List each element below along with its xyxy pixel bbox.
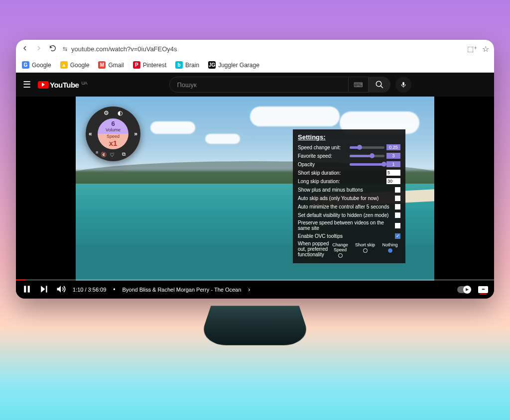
rewind-icon[interactable]: « bbox=[89, 130, 92, 137]
short-skip-input[interactable] bbox=[386, 170, 400, 176]
menu-lines-icon[interactable]: ≡ bbox=[96, 150, 98, 155]
search-button[interactable] bbox=[369, 77, 390, 93]
svg-rect-3 bbox=[28, 286, 30, 292]
time-display: 1:10 / 3:56:09 bbox=[73, 287, 106, 293]
svg-rect-4 bbox=[46, 286, 47, 292]
youtube-header: ☰ YouTube UA Пошук ⌨ bbox=[16, 73, 494, 97]
svg-rect-2 bbox=[24, 286, 26, 292]
voice-search-button[interactable] bbox=[395, 77, 411, 93]
popped-radio-option[interactable]: Short skip bbox=[355, 242, 376, 253]
long-skip-input[interactable] bbox=[386, 178, 400, 184]
bookmark-item[interactable]: PPinterest bbox=[133, 61, 166, 69]
subtitles-button[interactable]: ━ bbox=[478, 286, 488, 293]
forward-icon[interactable]: » bbox=[134, 130, 137, 137]
preserve-speed-checkbox[interactable] bbox=[395, 223, 400, 228]
install-app-icon[interactable]: ⬚⁺ bbox=[467, 45, 477, 53]
tooltips-checkbox[interactable] bbox=[395, 233, 400, 239]
youtube-play-icon bbox=[38, 81, 49, 89]
mute-icon[interactable]: 🔇 bbox=[101, 152, 107, 157]
url-text: youtube.com/watch?v=0iuVaFEOy4s bbox=[71, 45, 177, 53]
speedometer-icon[interactable]: ◐ bbox=[118, 109, 123, 116]
chapter-bullet: • bbox=[113, 286, 115, 293]
auto-minimize-checkbox[interactable] bbox=[395, 204, 400, 210]
chevron-right-icon[interactable]: › bbox=[248, 286, 250, 293]
auto-skip-ads-checkbox[interactable] bbox=[395, 196, 400, 201]
opacity-slider[interactable] bbox=[350, 163, 384, 166]
monitor-stand bbox=[198, 306, 312, 345]
forward-button[interactable] bbox=[35, 44, 43, 54]
search-input[interactable]: Пошук bbox=[169, 77, 349, 93]
speed-display: Speed x1 bbox=[98, 134, 128, 149]
bookmark-star-icon[interactable]: ☆ bbox=[482, 44, 489, 54]
bookmark-item[interactable]: ▲Google bbox=[60, 61, 90, 69]
zen-mode-checkbox[interactable] bbox=[395, 212, 400, 218]
popped-radio-option[interactable]: Nothing bbox=[380, 242, 400, 253]
ovc-settings-panel: Settings: Speed change unit:0.25 Favorit… bbox=[293, 129, 405, 263]
volume-display: 6 Volume bbox=[98, 118, 128, 134]
show-pm-checkbox[interactable] bbox=[395, 187, 400, 193]
popped-radio-option[interactable]: Change Speed bbox=[330, 242, 351, 258]
svg-point-0 bbox=[377, 81, 382, 87]
heart-icon[interactable]: ♡ bbox=[110, 152, 115, 158]
keyboard-icon[interactable]: ⌨ bbox=[349, 77, 369, 93]
next-button[interactable] bbox=[39, 284, 49, 296]
browser-toolbar: ⇆ youtube.com/watch?v=0iuVaFEOy4s ⬚⁺ ☆ bbox=[16, 40, 494, 58]
favorite-speed-slider[interactable] bbox=[350, 155, 384, 157]
settings-title: Settings: bbox=[298, 133, 400, 141]
bookmark-item[interactable]: MGmail bbox=[98, 61, 124, 69]
bookmark-item[interactable]: GGoogle bbox=[22, 61, 51, 69]
youtube-logo[interactable]: YouTube UA bbox=[38, 81, 87, 89]
autoplay-toggle[interactable] bbox=[457, 286, 471, 293]
volume-icon[interactable] bbox=[56, 284, 66, 296]
reload-button[interactable] bbox=[49, 44, 57, 54]
video-title[interactable]: Byond Bliss & Rachel Morgan Perry - The … bbox=[123, 287, 242, 293]
bookmark-item[interactable]: bBrain bbox=[175, 61, 199, 69]
svg-rect-1 bbox=[403, 82, 405, 86]
site-info-icon[interactable]: ⇆ bbox=[63, 46, 67, 52]
back-button[interactable] bbox=[21, 44, 29, 54]
gear-icon[interactable]: ⚙ bbox=[104, 109, 109, 116]
video-content: ⚙ ◐ « » 🔇 ♡ ⧉ ≡ 6 Volume Speed x1 Set bbox=[76, 97, 434, 281]
pause-button[interactable] bbox=[22, 284, 32, 296]
address-bar[interactable]: ⇆ youtube.com/watch?v=0iuVaFEOy4s bbox=[63, 45, 461, 53]
pip-icon[interactable]: ⧉ bbox=[122, 151, 126, 157]
video-player[interactable]: ⚙ ◐ « » 🔇 ♡ ⧉ ≡ 6 Volume Speed x1 Set bbox=[16, 97, 494, 299]
speed-unit-slider[interactable] bbox=[350, 146, 384, 149]
bookmarks-bar: GGoogle▲GoogleMGmailPPinterestbBrainJGJu… bbox=[16, 58, 494, 73]
bookmark-item[interactable]: JGJuggler Garage bbox=[208, 61, 259, 69]
ovc-circular-control[interactable]: ⚙ ◐ « » 🔇 ♡ ⧉ ≡ 6 Volume Speed x1 bbox=[86, 106, 140, 161]
menu-icon[interactable]: ☰ bbox=[23, 79, 31, 90]
monitor-screen: ⇆ youtube.com/watch?v=0iuVaFEOy4s ⬚⁺ ☆ G… bbox=[16, 40, 494, 299]
player-controls: 1:10 / 3:56:09 • Byond Bliss & Rachel Mo… bbox=[16, 281, 494, 299]
